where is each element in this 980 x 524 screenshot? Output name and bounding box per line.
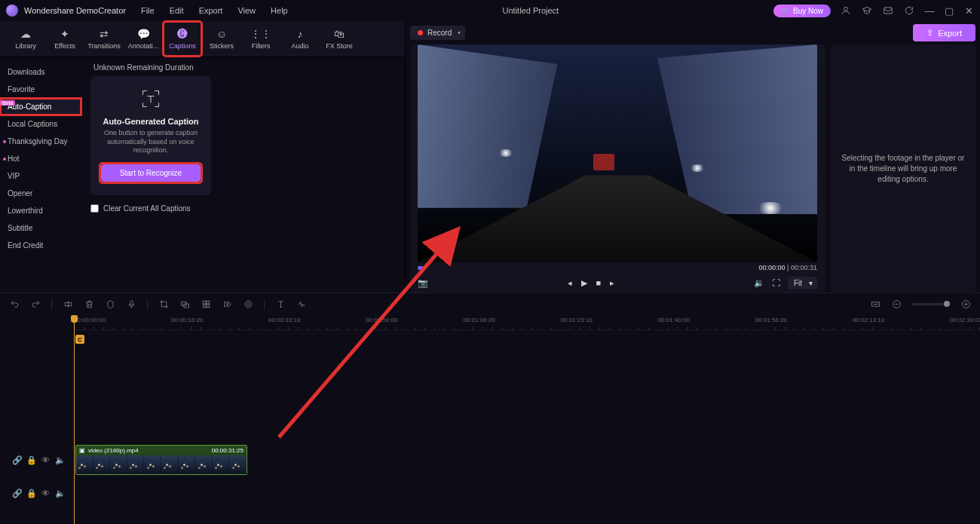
effects-icon: ✦ — [60, 28, 69, 40]
video-track-row: 🔗 🔒 👁 🔈 ▣ video (2160p).mp4 00:00:31:25 — [0, 443, 980, 477]
zoom-thumb[interactable] — [944, 301, 950, 307]
ruler-tick: 00:01:06:20 — [463, 317, 495, 323]
ruler-tick: 00:00:16:20 — [171, 317, 203, 323]
app-name: Wondershare DemoCreator — [24, 6, 126, 15]
filters-icon: ⋮⋮ — [250, 28, 271, 40]
video-canvas[interactable] — [418, 44, 817, 262]
play-button[interactable]: ▶ — [581, 278, 587, 288]
track-lock-button[interactable]: 🔒 — [26, 455, 36, 465]
next-frame-button[interactable]: ▸ — [610, 278, 614, 288]
timecode: 00:00:00 | 00:00:31 — [759, 264, 817, 271]
auto-fit-button[interactable] — [870, 299, 880, 310]
close-button[interactable]: ✕ — [963, 5, 974, 17]
cat-thanksgiving[interactable]: Thanksgiving Day — [0, 133, 81, 150]
svg-rect-10 — [207, 305, 210, 308]
text-button[interactable] — [275, 299, 286, 310]
scrub-bar[interactable]: 00:00:00 | 00:00:31 — [410, 262, 825, 273]
tab-filters[interactable]: ⋮⋮Filters — [241, 21, 280, 57]
svg-point-0 — [844, 7, 848, 11]
cat-vip[interactable]: VIP — [0, 167, 81, 185]
clear-captions-row[interactable]: Clear Current All Captions — [90, 204, 396, 213]
tab-annotations[interactable]: 💬Annotati... — [124, 21, 163, 57]
video-clip[interactable]: ▣ video (2160p).mp4 00:00:31:25 — [75, 445, 247, 475]
voiceover-button[interactable] — [126, 299, 136, 310]
message-icon[interactable] — [882, 5, 894, 17]
start-recognize-button[interactable]: Start to Recognize — [101, 164, 201, 182]
undo-button[interactable] — [9, 299, 20, 310]
fullscreen-button[interactable]: ⛶ — [772, 278, 780, 287]
tab-captions[interactable]: 🅒Captions — [163, 21, 202, 57]
record-button[interactable]: Record — [410, 26, 465, 40]
account-icon[interactable] — [840, 5, 852, 17]
record-label: Record — [427, 29, 452, 37]
cat-lowerthird[interactable]: Lowerthird — [0, 202, 81, 219]
track-visibility-button[interactable]: 👁 — [41, 489, 51, 498]
ruler-tick: 00:00:33:10 — [268, 317, 300, 323]
mosaic-button[interactable] — [201, 299, 211, 310]
svg-rect-1 — [884, 8, 893, 14]
snapshot-button[interactable]: 📷 — [418, 278, 428, 288]
menu-edit[interactable]: Edit — [170, 6, 184, 15]
scrub-handle-icon[interactable] — [418, 266, 424, 270]
svg-rect-7 — [203, 301, 206, 304]
track-link-button[interactable]: 🔗 — [12, 455, 22, 465]
tab-effects[interactable]: ✦Effects — [45, 21, 84, 57]
zoom-slider[interactable] — [912, 303, 950, 305]
buy-now-label: Buy Now — [793, 7, 823, 15]
cat-end-credit[interactable]: End Credit — [0, 237, 81, 254]
prev-frame-button[interactable]: ◂ — [568, 278, 572, 288]
menu-view[interactable]: View — [237, 6, 256, 15]
cat-subtitle[interactable]: Subtitle — [0, 219, 81, 237]
track-lock-button[interactable]: 🔒 — [26, 489, 36, 498]
audio-edit-button[interactable] — [296, 299, 307, 310]
cat-downloads[interactable]: Downloads — [0, 63, 81, 81]
zoom-in-button[interactable] — [960, 299, 971, 310]
redo-button[interactable] — [30, 299, 41, 310]
track-visibility-button[interactable]: 👁 — [41, 455, 51, 465]
stop-button[interactable]: ■ — [596, 278, 602, 288]
fit-select[interactable]: Fit ▾ — [788, 277, 817, 290]
cat-local-captions[interactable]: Local Captions — [0, 115, 81, 133]
pan-zoom-button[interactable] — [179, 299, 190, 310]
time-ruler[interactable]: 00:00:00:0000:00:16:2000:00:33:1000:00:5… — [74, 315, 980, 330]
titlebar: Wondershare DemoCreator File Edit Export… — [0, 0, 980, 21]
timeline[interactable]: 00:00:00:0000:00:16:2000:00:33:1000:00:5… — [0, 315, 980, 524]
maximize-button[interactable]: ▢ — [944, 5, 954, 17]
tab-stickers[interactable]: ☺Stickers — [202, 21, 241, 57]
inspector-placeholder: Selecting the footage in the player or i… — [840, 153, 966, 185]
playhead[interactable] — [74, 315, 75, 524]
export-button[interactable]: ⇪ Export — [913, 24, 975, 41]
cat-auto-caption[interactable]: Beta Auto-Caption — [0, 98, 81, 115]
record-dot-icon — [418, 30, 423, 35]
split-button[interactable] — [63, 299, 73, 310]
speed-button[interactable] — [222, 299, 232, 310]
green-screen-button[interactable] — [243, 299, 253, 310]
marker-button[interactable] — [105, 299, 115, 310]
menu-export[interactable]: Export — [199, 6, 223, 15]
delete-button[interactable] — [84, 299, 94, 310]
dot-icon — [3, 158, 6, 161]
dot-icon — [3, 140, 6, 143]
cat-favorite[interactable]: Favorite — [0, 81, 81, 98]
tab-library[interactable]: ☁Library — [6, 21, 45, 57]
menu-file[interactable]: File — [141, 6, 155, 15]
track-mute-button[interactable]: 🔈 — [55, 489, 65, 498]
track-link-button[interactable]: 🔗 — [12, 489, 22, 498]
export-icon: ⇪ — [926, 28, 933, 38]
minimize-button[interactable]: — — [924, 5, 935, 17]
tab-transitions[interactable]: ⇄Transitions — [84, 21, 124, 57]
tab-audio[interactable]: ♪Audio — [280, 21, 320, 57]
cart-icon: 🛒 — [781, 7, 790, 15]
cat-hot[interactable]: Hot — [0, 150, 81, 167]
update-icon[interactable] — [903, 5, 915, 17]
academy-icon[interactable] — [861, 5, 873, 17]
zoom-out-button[interactable] — [891, 299, 902, 310]
volume-button[interactable]: 🔉 — [754, 278, 764, 288]
track-mute-button[interactable]: 🔈 — [55, 455, 65, 465]
clear-captions-checkbox[interactable] — [90, 204, 99, 213]
menu-help[interactable]: Help — [271, 6, 288, 15]
crop-button[interactable] — [158, 299, 169, 310]
cat-opener[interactable]: Opener — [0, 185, 81, 202]
tab-fxstore[interactable]: 🛍FX Store — [320, 21, 359, 57]
buy-now-button[interactable]: 🛒 Buy Now — [773, 5, 831, 17]
